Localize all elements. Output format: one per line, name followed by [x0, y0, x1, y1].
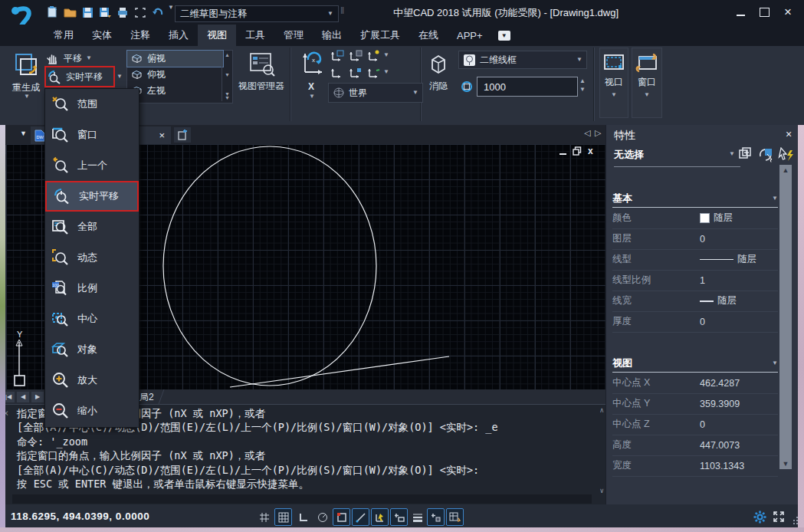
ucs-world-icon[interactable]	[330, 66, 345, 80]
realtime-pan-caret[interactable]: ▼	[116, 74, 123, 80]
view-list-item-left[interactable]: 左视	[127, 83, 223, 99]
ucs-z-axis-icon[interactable]	[366, 49, 382, 63]
collapse-icon[interactable]: ▼	[772, 360, 778, 366]
pan-button[interactable]: 平移 ▼	[46, 49, 120, 67]
tab-scroll-left-icon[interactable]: ◁	[584, 128, 590, 138]
save-button[interactable]	[80, 5, 95, 20]
spinner-down-icon[interactable]: ▼	[579, 87, 586, 93]
scroll-up-icon[interactable]: ▲	[225, 52, 230, 57]
ucs-origin-icon[interactable]	[348, 49, 363, 63]
property-row[interactable]: 宽度 1103.1343	[612, 455, 778, 477]
tab-insert[interactable]: 插入	[159, 25, 198, 46]
next-layout-icon[interactable]: ▶	[31, 392, 44, 402]
zoom-frame-button[interactable]	[133, 5, 148, 20]
workspace-selector[interactable]: 二维草图与注释 ▼	[175, 5, 339, 22]
dynamic-ucs-toggle[interactable]	[371, 508, 389, 526]
close-button[interactable]: ×	[779, 6, 796, 18]
file-tab-menu-caret[interactable]: ▼	[20, 130, 27, 137]
menu-item-zoom-previous[interactable]: 上一个	[45, 150, 139, 181]
property-row[interactable]: 中心点 Y 359.3909	[612, 393, 778, 415]
print-button[interactable]	[115, 5, 130, 20]
save-as-button[interactable]	[97, 5, 113, 20]
object-snap-toggle[interactable]	[333, 508, 350, 526]
menu-item-zoom-all[interactable]: 全部	[45, 212, 139, 242]
tab-tools[interactable]: 工具	[236, 25, 274, 46]
property-row[interactable]: 线宽 随层	[612, 291, 778, 312]
drawn-line[interactable]	[230, 356, 449, 387]
culling-value-input[interactable]: 1000	[477, 77, 578, 97]
toggle-pickadd-icon[interactable]	[738, 147, 753, 163]
command-scroll-down-icon[interactable]: ∨	[600, 487, 604, 494]
scroll-down-icon[interactable]: ▼	[779, 458, 792, 469]
scroll-down-icon[interactable]: ▼	[225, 72, 230, 77]
undo-button[interactable]	[150, 5, 166, 20]
property-row[interactable]: 厚度 0	[612, 311, 778, 333]
object-tracking-toggle[interactable]	[352, 508, 369, 526]
scroll-up-icon[interactable]: ▲	[779, 165, 792, 176]
drawn-circle[interactable]	[163, 146, 376, 386]
new-tab-button[interactable]	[174, 127, 191, 143]
spinner-up-icon[interactable]: ▲	[579, 78, 586, 84]
menu-item-zoom-scale[interactable]: 100 比例	[45, 273, 139, 304]
command-input[interactable]	[12, 494, 592, 504]
polar-tracking-toggle[interactable]	[313, 508, 331, 526]
menu-item-zoom-in[interactable]: 放大	[45, 365, 139, 396]
child-close-button[interactable]: x	[588, 146, 593, 156]
new-file-button[interactable]	[44, 5, 60, 20]
command-scroll-up-icon[interactable]: ∧	[600, 406, 604, 414]
view-list-item-top[interactable]: 俯视	[127, 51, 223, 67]
cycle-select-toggle[interactable]	[427, 508, 445, 526]
view-manager-button[interactable]: 视图管理器	[236, 48, 287, 121]
lineweight-toggle[interactable]	[409, 508, 426, 526]
tab-annotate[interactable]: 注释	[121, 25, 159, 46]
collapse-icon[interactable]: ▼	[772, 195, 778, 202]
regen-button[interactable]: 重生成 ▼	[6, 48, 46, 121]
menu-item-zoom-out[interactable]: 缩小	[45, 396, 139, 426]
close-tab-icon[interactable]: ×	[159, 130, 165, 141]
dynamic-input-toggle[interactable]	[390, 508, 408, 526]
ucs-selector[interactable]: 世界 ▼	[328, 83, 423, 103]
menu-item-zoom-window[interactable]: 窗口	[45, 120, 139, 150]
minimize-button[interactable]	[732, 6, 749, 18]
ucs-x-button[interactable]: x X ▼	[294, 48, 328, 121]
visual-style-selector[interactable]: 二维线框 ▼	[458, 51, 587, 69]
menu-item-zoom-center[interactable]: 中心	[45, 304, 139, 334]
property-row[interactable]: 颜色 随层	[612, 208, 778, 229]
tab-express[interactable]: 扩展工具	[351, 25, 409, 46]
menu-item-realtime-pan[interactable]: 实时平移	[45, 181, 139, 212]
property-row[interactable]: 中心点 X 462.4287	[612, 373, 778, 394]
ucs-named-icon[interactable]	[330, 49, 345, 63]
chevron-down-icon[interactable]: ▼	[383, 52, 389, 58]
menu-item-zoom-dynamic[interactable]: 动态	[45, 242, 139, 273]
view-list-scrollbar[interactable]: ▲ ▼ ▼▼	[222, 51, 232, 101]
ribbon-options-button[interactable]: ▼	[498, 31, 510, 41]
viewport-button[interactable]: 视口 ▼	[599, 48, 628, 118]
ucs-object-icon[interactable]	[366, 66, 382, 80]
select-objects-icon[interactable]	[778, 147, 795, 163]
settings-gear-icon[interactable]	[753, 510, 766, 524]
snap-toggle[interactable]	[255, 508, 273, 526]
grid-toggle[interactable]	[274, 508, 292, 526]
chevron-down-icon[interactable]: ▼	[383, 69, 389, 75]
hide-button[interactable]: 消隐	[423, 48, 454, 121]
tab-solid[interactable]: 实体	[83, 25, 121, 46]
prev-layout-icon[interactable]: ◀	[17, 392, 29, 402]
fullscreen-icon[interactable]	[772, 510, 786, 524]
menu-item-zoom-object[interactable]: 对象	[45, 334, 139, 365]
view-section-header[interactable]: 视图 ▼	[612, 355, 778, 373]
culling-spinner[interactable]: ▲ ▼	[579, 78, 586, 93]
property-row[interactable]: 图层 0	[612, 228, 778, 250]
tab-online[interactable]: 在线	[409, 25, 448, 46]
window-button[interactable]: 窗口 ▼	[632, 48, 662, 118]
properties-scrollbar[interactable]: ▲ ▼	[779, 165, 792, 469]
child-restore-button[interactable]	[573, 146, 582, 156]
quick-select-icon[interactable]	[758, 147, 775, 163]
menu-item-zoom-extents[interactable]: 范围	[45, 89, 139, 120]
property-row[interactable]: 高度 447.0073	[612, 435, 778, 456]
annotation-scale-toggle[interactable]	[446, 508, 464, 526]
ortho-toggle[interactable]	[294, 508, 312, 526]
ucs-previous-icon[interactable]	[348, 66, 363, 80]
layout-tab[interactable]: 局2	[139, 391, 154, 404]
tab-output[interactable]: 输出	[313, 25, 351, 46]
property-row[interactable]: 线型比例 1	[612, 270, 778, 291]
